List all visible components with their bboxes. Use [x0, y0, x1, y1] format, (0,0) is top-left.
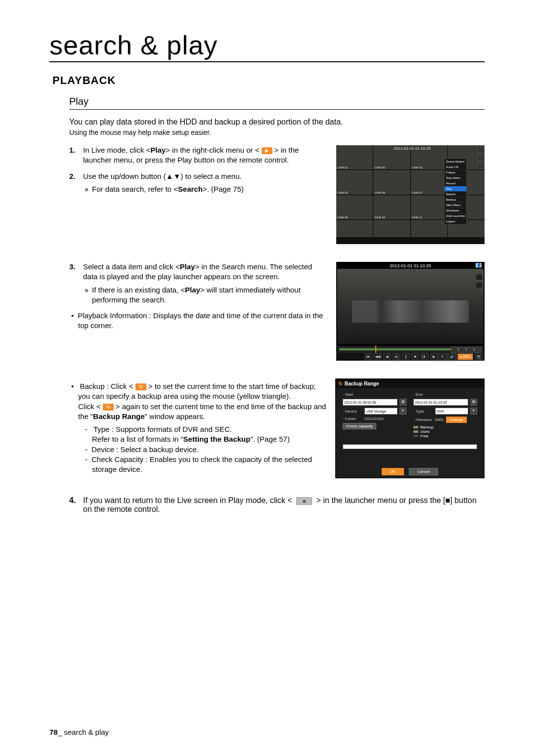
col-end: · End 2012-01-01 01:10:25 ▥ · Type DVR ▾… [413, 392, 477, 438]
t: Backup : Click < [80, 382, 135, 390]
bold-setting-backup: Setting the Backup [183, 435, 251, 443]
t: " window appears. [145, 412, 205, 420]
legend: Backup Used Free [413, 425, 477, 438]
side-icon[interactable] [478, 154, 485, 161]
timeline-cursor[interactable] [375, 346, 376, 353]
t: > in the right-click menu or < [166, 146, 261, 154]
step-back-button[interactable]: ⏴| [393, 353, 400, 360]
cancel-button[interactable]: Cancel [409, 468, 438, 475]
chapter-title: search & play [49, 30, 485, 62]
type-select[interactable]: DVR [435, 408, 468, 415]
rewind-button[interactable]: ◀◀ [374, 353, 382, 360]
pause-button[interactable]: ‖ [402, 353, 410, 360]
end-input[interactable]: 2012-01-01 01:10:25 [413, 399, 468, 406]
zoom-controls [476, 274, 482, 289]
capacity-bar [343, 444, 477, 449]
t: Refer to a list of formats in " [92, 435, 183, 443]
steps-list-2: Select a data item and click <Play> in t… [69, 262, 327, 305]
menu-item-play[interactable]: Play [445, 186, 466, 192]
steps-list-3: If you want to return to the Live screen… [69, 496, 485, 514]
backup-dashes: Type : Supports formats of DVR and SEC. … [78, 424, 326, 474]
reverse-button[interactable]: ◀ [383, 353, 391, 360]
menu-item[interactable]: Search [445, 192, 466, 197]
check-capacity-button[interactable]: Check capacity [343, 423, 376, 429]
menu-item[interactable]: Scene Mode ▸ [445, 159, 466, 165]
cam-tile [336, 195, 373, 219]
bold-play: Play [150, 146, 166, 154]
rec-button[interactable]: ● REC [457, 353, 473, 360]
video-scene [352, 300, 469, 323]
skip-start-button[interactable]: ⏮ [364, 353, 372, 360]
step2-sub-item: For data search, refer to <Search>. (Pag… [92, 184, 327, 194]
legend-free: Free [413, 434, 477, 438]
screenshot-live-grid: 2012-01-01 01:10:25 [336, 145, 485, 244]
device-label: · Device [343, 409, 362, 414]
step-4: If you want to return to the Live screen… [69, 496, 485, 514]
bold-search: Search [178, 185, 203, 193]
folder-label: · Folder [343, 417, 362, 421]
context-menu[interactable]: Scene Mode ▸ Audio Off Freeze Stop Alarm… [444, 158, 467, 225]
menu-item[interactable]: Stop Alarm [445, 175, 466, 181]
t: If you want to return to the Live screen… [83, 496, 294, 504]
play-button[interactable]: ▶ [430, 353, 438, 360]
backup-desc: Backup : Click < ↻ > to set the current … [78, 381, 326, 474]
step-fwd-button[interactable]: |⏵ [421, 353, 429, 360]
backup-icon[interactable]: ↻ [439, 353, 446, 360]
menu-item[interactable]: Backup [445, 197, 466, 203]
layout-icon[interactable] [451, 347, 458, 353]
zoom-out-icon[interactable] [476, 282, 483, 289]
page-number: 78 [49, 728, 58, 736]
intro-text: You can play data stored in the HDD and … [69, 118, 485, 126]
t: If there is an existing data, < [92, 286, 185, 294]
subsection: Play You can play data stored in the HDD… [69, 96, 485, 514]
filename-value: 0001 [435, 418, 444, 422]
zoom-in-icon[interactable] [476, 274, 483, 281]
layout-icon[interactable] [475, 347, 482, 353]
ok-button[interactable]: OK [382, 468, 404, 475]
menu-item[interactable]: Main Menu [445, 203, 466, 208]
page-footer: 78_ search & play [49, 728, 109, 736]
menu-item[interactable]: Logout [445, 219, 466, 224]
side-icon[interactable] [478, 162, 485, 169]
device-select[interactable]: USB Storage [364, 408, 398, 415]
camera-icon[interactable]: 📷 [475, 353, 483, 360]
block-step-3: Select a data item and click <Play> in t… [69, 262, 485, 361]
layout-icon[interactable] [459, 347, 466, 353]
play-icon: ▶ [262, 147, 272, 154]
start-input[interactable]: 2012-01-01 00:01:06 [343, 399, 398, 406]
stop-button[interactable]: ■ [411, 353, 419, 360]
dropdown-icon[interactable]: ▾ [470, 408, 477, 415]
calendar-icon[interactable]: ▥ [400, 399, 406, 406]
stop-icon: ■ [296, 497, 312, 505]
menu-item[interactable]: Freeze [445, 170, 466, 175]
layout-icon[interactable] [467, 347, 474, 353]
step-1: In Live mode, click <Play> in the right-… [69, 145, 327, 166]
footer-text: search & play [62, 728, 109, 736]
menu-item[interactable]: Audio Off [445, 165, 466, 170]
ss1-timestamp: 2012-01-01 01:10:25 [394, 146, 431, 151]
bold-backup-range: Backup Range [93, 412, 144, 420]
playback-controls: ⏮ ◀◀ ◀ ⏴| ‖ ■ |⏵ ▶ ▶▶ ⏭ ↻ 🔊 ● REC 📷 [336, 353, 485, 361]
volume-icon[interactable]: 🔊 [448, 353, 456, 360]
video-area [337, 269, 484, 344]
folder-value: \20120101\ [364, 417, 384, 421]
menu-item[interactable]: Hide Launcher [445, 213, 466, 219]
menu-item[interactable]: Record [445, 181, 466, 186]
person-icon[interactable]: 👤 [476, 263, 482, 268]
block-steps-1-2: In Live mode, click <Play> in the right-… [69, 145, 485, 244]
end-label: · End [413, 392, 433, 397]
legend-used: Used [413, 429, 477, 434]
type-label: · Type [413, 409, 433, 414]
backup-bullets: Backup : Click < ↻ > to set the current … [69, 381, 326, 474]
dialog-footer: OK Cancel [336, 469, 484, 474]
timeline[interactable] [337, 346, 484, 353]
col-start: · Start 2012-01-01 00:01:06 ▥ · Device U… [343, 392, 406, 438]
dropdown-icon[interactable]: ▾ [400, 408, 406, 415]
legend-backup: Backup [413, 425, 477, 429]
t: Type : Supports formats of DVR and SEC. [93, 425, 232, 433]
change-button[interactable]: Change [446, 417, 467, 423]
side-icon[interactable] [478, 146, 485, 153]
menu-item[interactable]: Shutdown [445, 208, 466, 213]
step2-sub: For data search, refer to <Search>. (Pag… [83, 184, 327, 194]
calendar-icon[interactable]: ▥ [470, 399, 477, 406]
